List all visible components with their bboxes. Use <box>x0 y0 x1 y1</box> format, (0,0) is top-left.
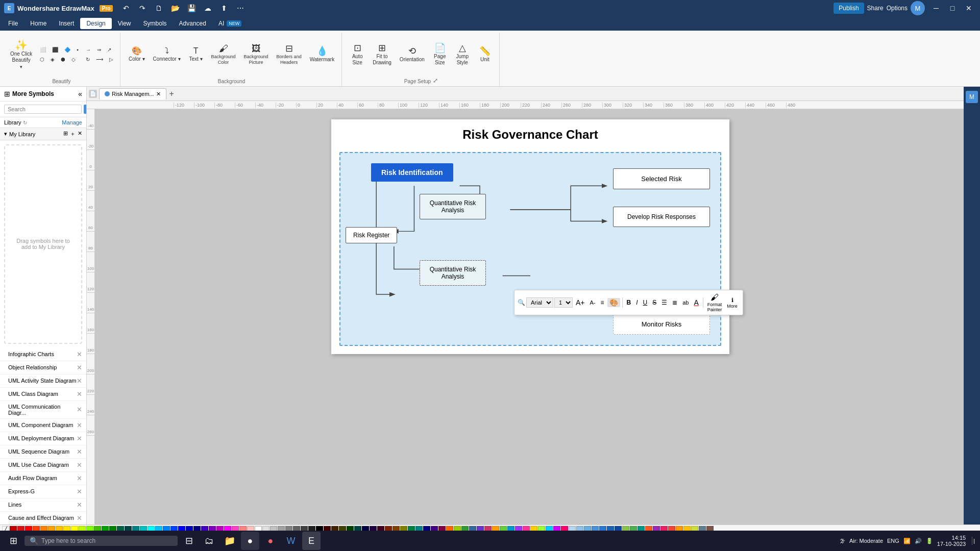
text-btn[interactable]: T Text ▾ <box>186 45 206 64</box>
collapse-sidebar-btn[interactable]: « <box>78 90 82 98</box>
maximize-btn[interactable]: □ <box>945 3 960 14</box>
symbol-express[interactable]: Express-G ✕ <box>0 485 86 498</box>
format-painter-btn[interactable]: 🖌 FormatPainter <box>705 292 724 313</box>
bg-color-btn[interactable]: 🖌 BackgroundColor <box>208 42 239 67</box>
style-btn6[interactable]: ◈ <box>48 55 57 64</box>
page-setup-expand[interactable]: ⤢ <box>433 77 438 84</box>
style-toggle-btn[interactable]: 🎨 <box>607 298 620 307</box>
arrow-btn1[interactable]: → <box>83 45 93 54</box>
jump-style-btn[interactable]: △ JumpStyle <box>452 41 473 68</box>
symbol-close-icon[interactable]: ✕ <box>77 377 82 385</box>
one-click-beautify-btn[interactable]: ✨ One ClickBeautify ▾ <box>7 38 35 71</box>
widgets-btn[interactable]: 🗂 <box>200 532 218 550</box>
underline-btn[interactable]: U <box>641 298 650 307</box>
orientation-btn[interactable]: ⟲ Orientation <box>397 44 428 65</box>
bold-btn[interactable]: B <box>625 298 633 307</box>
symbol-uml-deploy[interactable]: UML Deployment Diagram ✕ <box>0 432 86 445</box>
connector-btn[interactable]: ⤵ Connector ▾ <box>150 45 184 64</box>
color-btn[interactable]: 🎨 Color ▾ <box>126 45 148 64</box>
menu-view[interactable]: View <box>112 18 137 29</box>
symbol-uml-activity[interactable]: UML Activity State Diagram ✕ <box>0 374 86 388</box>
align-btn[interactable]: ≡ <box>599 298 606 307</box>
symbol-close-icon[interactable]: ✕ <box>77 435 82 442</box>
borders-btn[interactable]: ⊟ Borders andHeaders <box>274 42 305 67</box>
qra2-shape[interactable]: Quantitative RiskAnalysis <box>420 260 486 286</box>
style-btn4[interactable]: ▪ <box>74 45 81 54</box>
symbol-infographic[interactable]: Infographic Charts ✕ <box>0 348 86 361</box>
symbol-close-icon[interactable]: ✕ <box>77 474 82 482</box>
undo-btn[interactable]: ↶ <box>119 3 133 14</box>
grow-font-btn[interactable]: A+ <box>574 297 587 308</box>
cloud-btn[interactable]: ☁ <box>201 3 215 14</box>
unit-btn[interactable]: 📏 Unit <box>475 44 495 65</box>
symbol-cause-effect[interactable]: Cause and Effect Diagram ✕ <box>0 512 86 525</box>
symbol-close-icon[interactable]: ✕ <box>77 350 82 358</box>
symbol-uml-component[interactable]: UML Component Diagram ✕ <box>0 419 86 432</box>
style-btn3[interactable]: 🔷 <box>62 45 73 54</box>
bg-picture-btn[interactable]: 🖼 BackgroundPicture <box>241 42 272 67</box>
add-item-icon[interactable]: ＋ <box>70 130 76 138</box>
font-color-btn[interactable]: A <box>692 297 700 308</box>
style-btn7[interactable]: ⬢ <box>58 55 68 64</box>
user-avatar[interactable]: M <box>911 1 925 15</box>
add-tab-btn[interactable]: + <box>166 89 177 98</box>
arrow-btn4[interactable]: ↻ <box>83 55 92 64</box>
close-library-icon[interactable]: ✕ <box>78 130 82 138</box>
symbol-lines[interactable]: Lines ✕ <box>0 498 86 512</box>
open-btn[interactable]: 📂 <box>168 3 182 14</box>
selected-risk-shape[interactable]: Selected Risk <box>613 168 710 189</box>
font-size-select[interactable]: 18 <box>554 297 573 308</box>
symbol-close-icon[interactable]: ✕ <box>77 421 82 429</box>
symbol-close-icon[interactable]: ✕ <box>77 461 82 469</box>
close-btn[interactable]: ✕ <box>962 3 976 14</box>
style-btn5[interactable]: ⬡ <box>37 55 47 64</box>
right-panel-icon[interactable]: M <box>966 91 978 103</box>
risk-register-shape[interactable]: Risk Register <box>346 227 397 243</box>
add-grid-icon[interactable]: ⊞ <box>63 130 68 138</box>
symbol-uml-usecase[interactable]: UML Use Case Diagram ✕ <box>0 459 86 472</box>
menu-ai[interactable]: AI NEW <box>212 18 248 29</box>
style-btn1[interactable]: ⬜ <box>37 45 48 54</box>
symbol-close-icon[interactable]: ✕ <box>77 488 82 495</box>
develop-risk-shape[interactable]: Develop Risk Responses <box>613 207 710 227</box>
risk-identification-shape[interactable]: Risk Identification <box>371 163 453 182</box>
my-library-header[interactable]: ▾ My Library ⊞ ＋ ✕ <box>0 128 86 140</box>
symbol-uml-seq[interactable]: UML Sequence Diagram ✕ <box>0 445 86 459</box>
browser-btn2[interactable]: ● <box>261 532 280 550</box>
qra1-shape[interactable]: Quantitative RiskAnalysis <box>420 194 486 219</box>
arrow-btn3[interactable]: ↗ <box>105 45 114 54</box>
more-btn[interactable]: ℹ More <box>725 296 740 310</box>
menu-file[interactable]: File <box>2 18 24 29</box>
save-btn[interactable]: 💾 <box>184 3 199 14</box>
ab-btn[interactable]: ab <box>680 298 691 307</box>
symbol-uml-comm[interactable]: UML Communication Diagr... ✕ <box>0 401 86 419</box>
tab-close-icon[interactable]: ✕ <box>156 91 161 97</box>
menu-insert[interactable]: Insert <box>53 18 80 29</box>
redo-btn[interactable]: ↷ <box>135 3 150 14</box>
publish-button[interactable]: Publish <box>834 3 864 14</box>
menu-home[interactable]: Home <box>24 18 53 29</box>
menu-design[interactable]: Design <box>80 18 111 29</box>
symbol-close-icon[interactable]: ✕ <box>77 364 82 371</box>
symbol-close-icon[interactable]: ✕ <box>77 390 82 398</box>
word-btn[interactable]: W <box>282 532 300 550</box>
symbol-close-icon[interactable]: ✕ <box>77 514 82 522</box>
arrow-btn5[interactable]: ⟶ <box>93 55 106 64</box>
tab-risk-mgmt[interactable]: Risk Managem... ✕ <box>99 88 166 99</box>
strikethrough-btn[interactable]: S <box>650 298 658 307</box>
new-btn[interactable]: 🗋 <box>152 3 166 14</box>
watermark-btn[interactable]: 💧 Watermark <box>307 44 338 65</box>
style-btn8[interactable]: ◇ <box>69 55 78 64</box>
chrome-btn[interactable]: ● <box>241 532 259 550</box>
page-size-btn[interactable]: 📄 PageSize <box>430 41 450 68</box>
manage-btn[interactable]: Manage <box>62 119 82 126</box>
symbol-uml-class[interactable]: UML Class Diagram ✕ <box>0 388 86 401</box>
symbol-audit[interactable]: Audit Flow Diagram ✕ <box>0 472 86 485</box>
export-btn[interactable]: ⬆ <box>217 3 231 14</box>
list-btn[interactable]: ☰ <box>659 298 669 307</box>
search-input[interactable] <box>4 105 82 114</box>
arrow-btn6[interactable]: ▷ <box>107 55 116 64</box>
settings-btn[interactable]: ⋯ <box>233 3 248 14</box>
symbol-close-icon[interactable]: ✕ <box>77 448 82 456</box>
style-btn2[interactable]: ⬛ <box>50 45 61 54</box>
